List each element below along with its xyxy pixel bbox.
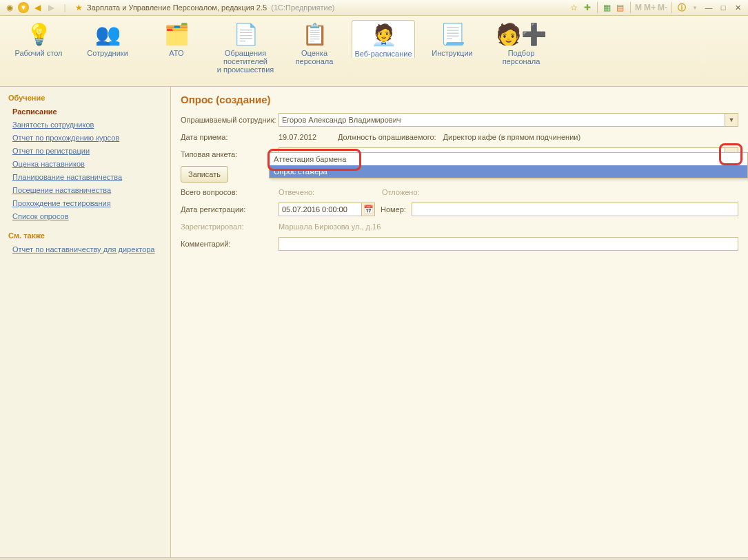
chevron-down-icon[interactable]: ▼ xyxy=(725,114,738,126)
globe-person-icon: 🧑‍💼 xyxy=(370,21,397,48)
comment-input[interactable] xyxy=(279,237,738,251)
bookmark-icon[interactable]: ✚ xyxy=(582,2,593,13)
fav-star-icon[interactable]: ☆ xyxy=(569,2,580,13)
toolbar-label: АТО xyxy=(169,49,183,57)
calendar-icon[interactable]: ▤ xyxy=(615,2,626,13)
label-regdate: Дата регистрации: xyxy=(181,205,279,214)
separator xyxy=(630,2,631,13)
hiredate-value: 19.07.2012 xyxy=(279,133,334,141)
toolbar-item-ato[interactable]: 🗂️ АТО xyxy=(145,20,208,57)
people-icon: 👥 xyxy=(94,20,121,48)
position-value: Директор кафе (в прямом подчинении) xyxy=(443,133,580,141)
toolbar-item-employees[interactable]: 👥 Сотрудники xyxy=(76,20,139,57)
toolbar-item-desktop[interactable]: 💡 Рабочий стол xyxy=(7,20,70,57)
sidebar-link-testing[interactable]: Прохождение тестирования xyxy=(12,198,158,209)
save-button[interactable]: Записать xyxy=(181,166,228,183)
sidebar-heading-seealso: См. также xyxy=(8,231,162,240)
label-comment: Комментарий: xyxy=(181,240,279,248)
main-toolbar: 💡 Рабочий стол 👥 Сотрудники 🗂️ АТО 📄 Обр… xyxy=(0,16,748,87)
toolbar-item-assessment[interactable]: 📋 Оценка персонала xyxy=(283,20,346,65)
label-answered: Отвечено: xyxy=(279,188,382,196)
sidebar-link-surveys-list[interactable]: Список опросов xyxy=(12,211,158,222)
clipboard-icon: 📋 xyxy=(301,20,328,48)
separator xyxy=(597,2,598,13)
nav-back-icon[interactable]: ◀ xyxy=(32,2,43,13)
survey-dropdown-list[interactable]: Аттестация бармена Опрос стажера xyxy=(269,152,748,178)
page-title: Опрос (создание) xyxy=(181,94,738,105)
mem-mminus[interactable]: M- xyxy=(658,3,667,12)
window-title: Зарплата и Управление Персоналом, редакц… xyxy=(87,3,335,12)
toolbar-label: Обращения посетителей xyxy=(214,49,277,65)
minimize-button[interactable]: — xyxy=(702,2,715,13)
regdate-input[interactable]: 05.07.2016 0:00:00 📅 xyxy=(279,203,375,216)
label-number: Номер: xyxy=(381,205,406,214)
toolbar-label: Инструкции xyxy=(432,49,472,57)
calculator-icon[interactable]: ▦ xyxy=(602,2,613,13)
sidebar-link-employment[interactable]: Занятость сотрудников xyxy=(12,119,158,130)
sidebar-link-registration-report[interactable]: Отчет по регистрации xyxy=(12,145,158,156)
label-position: Должность опрашиваемого: xyxy=(338,133,436,141)
regdate-value: 05.07.2016 0:00:00 xyxy=(282,205,347,214)
label-employee: Опрашиваемый сотрудник: xyxy=(181,116,279,124)
maximize-button[interactable]: □ xyxy=(717,2,729,13)
toolbar-sublabel: персонала xyxy=(296,57,334,65)
employee-input[interactable]: Егоров Александр Владимирович ▼ xyxy=(279,113,738,127)
label-totalq: Всего вопросов: xyxy=(181,188,279,196)
label-hiredate: Дата приема: xyxy=(181,133,279,141)
calendar-icon[interactable]: 📅 xyxy=(361,203,374,216)
document-icon: 📄 xyxy=(232,20,259,48)
star-icon[interactable]: ★ xyxy=(73,2,84,13)
page-icon: 📃 xyxy=(438,20,466,48)
label-registered: Зарегистрировал: xyxy=(181,222,279,231)
number-input[interactable] xyxy=(412,203,738,216)
sidebar-link-course-report[interactable]: Отчет по прохождению курсов xyxy=(12,132,158,143)
app-logo-icon: ◉ xyxy=(4,2,15,13)
toolbar-item-visitors[interactable]: 📄 Обращения посетителей и происшествия xyxy=(214,20,277,74)
info-dd-icon[interactable]: ▼ xyxy=(689,2,700,13)
toolbar-label: Подбор xyxy=(508,49,535,57)
toolbar-label: Веб-расписание xyxy=(354,50,412,58)
person-plus-icon: 🧑‍➕ xyxy=(507,20,535,48)
label-survey: Типовая анкета: xyxy=(181,150,279,158)
sidebar: Обучение Расписание Занятость сотруднико… xyxy=(0,87,171,557)
separator xyxy=(671,2,672,13)
sidebar-link-schedule[interactable]: Расписание xyxy=(12,106,158,117)
toolbar-sublabel: и происшествия xyxy=(217,65,274,74)
mem-mplus[interactable]: M+ xyxy=(644,3,656,12)
window-titlebar: ◉ ▼ ◀ ▶ | ★ Зарплата и Управление Персон… xyxy=(0,0,748,16)
registered-value: Маршала Бирюзова ул., д.16 xyxy=(279,222,381,231)
sidebar-link-mentoring-plan[interactable]: Планирование наставничества xyxy=(12,172,158,183)
dropdown-option[interactable]: Аттестация бармена xyxy=(270,153,747,165)
close-button[interactable]: ✕ xyxy=(731,2,744,13)
dropdown-icon[interactable]: ▼ xyxy=(18,2,29,13)
toolbar-label: Сотрудники xyxy=(87,49,128,57)
sidebar-link-mentoring-visit[interactable]: Посещение наставничества xyxy=(12,185,158,196)
toolbar-item-instructions[interactable]: 📃 Инструкции xyxy=(421,20,484,57)
toolbar-sublabel: персонала xyxy=(503,57,540,65)
statusbar xyxy=(0,557,748,560)
folder-icon: 🗂️ xyxy=(163,20,190,48)
toolbar-item-webschedule[interactable]: 🧑‍💼 Веб-расписание xyxy=(352,20,415,58)
sidebar-link-mentor-eval[interactable]: Оценка наставников xyxy=(12,158,158,169)
dropdown-option-selected[interactable]: Опрос стажера xyxy=(270,165,747,178)
mem-m[interactable]: M xyxy=(635,3,642,12)
label-deferred: Отложено: xyxy=(382,188,420,196)
main-panel: Опрос (создание) Опрашиваемый сотрудник:… xyxy=(171,87,748,557)
sidebar-link-mentoring-director-report[interactable]: Отчет по наставничеству для директора xyxy=(12,244,158,255)
employee-value: Егоров Александр Владимирович xyxy=(282,116,401,124)
info-icon[interactable]: ⓘ xyxy=(676,2,687,13)
toolbar-item-recruitment[interactable]: 🧑‍➕ Подбор персонала xyxy=(489,20,553,65)
toolbar-label: Оценка xyxy=(301,49,327,57)
sidebar-heading-training: Обучение xyxy=(8,94,162,102)
desk-lamp-icon: 💡 xyxy=(25,20,52,48)
divider: | xyxy=(59,2,70,13)
nav-fwd-icon[interactable]: ▶ xyxy=(46,2,57,13)
toolbar-label: Рабочий стол xyxy=(14,49,62,57)
